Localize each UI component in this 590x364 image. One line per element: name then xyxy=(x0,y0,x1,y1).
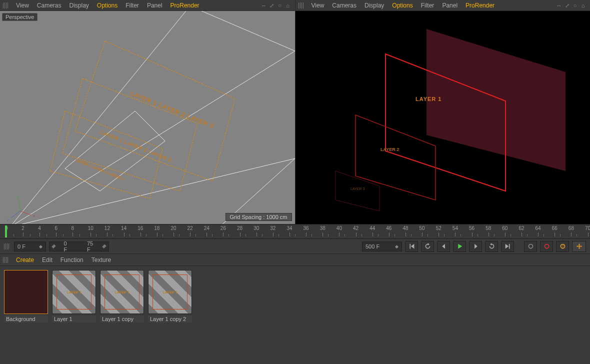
viewport-left: ViewCamerasDisplayOptionsFilterPanelProR… xyxy=(0,0,296,224)
record-button[interactable] xyxy=(540,241,553,252)
material-swatch[interactable]: LAYER 1 xyxy=(148,270,192,314)
material-swatch[interactable]: LAYER 1 xyxy=(52,270,96,314)
goto-end-button[interactable] xyxy=(501,241,514,252)
timeline-tick: 54 xyxy=(452,226,458,231)
timeline-tick: 60 xyxy=(502,226,508,231)
timeline-tick: 62 xyxy=(518,226,524,231)
material-swatch[interactable]: LAYER 1 xyxy=(100,270,144,314)
timeline-tick: 52 xyxy=(436,226,442,231)
viewport-menu-options[interactable]: Options xyxy=(388,1,416,10)
viewport-menu-display[interactable]: Display xyxy=(360,1,388,10)
timeline-tick: 64 xyxy=(536,226,541,231)
viewport-menu-panel[interactable]: Panel xyxy=(143,1,166,10)
viewport-corner-icon-1[interactable]: ⤢ xyxy=(564,2,570,9)
timeline-tick: 40 xyxy=(336,226,342,231)
grid-spacing-indicator: Grid Spacing : 1000 cm xyxy=(226,213,292,221)
loop-button[interactable] xyxy=(421,241,434,252)
timeline-tick: 8 xyxy=(72,226,74,231)
timeline-tick: 38 xyxy=(320,226,326,231)
svg-line-1 xyxy=(10,51,295,224)
viewport-menu-options[interactable]: Options xyxy=(93,1,122,10)
svg-text:LAYER 1 LAYER 2 LAYER 3: LAYER 1 LAYER 2 LAYER 3 xyxy=(130,90,215,130)
viewport-corner-icon-0[interactable]: ↔ xyxy=(556,2,562,9)
materials-menubar: CreateEditFunctionTexture xyxy=(0,254,590,266)
viewport-corner-icon-2[interactable]: ○ xyxy=(572,2,578,9)
material-slot[interactable]: LAYER 1Layer 1 copy 2 xyxy=(148,270,192,322)
timeline-tick: 50 xyxy=(420,226,425,231)
next-frame-button[interactable] xyxy=(469,241,482,252)
viewport-row: ViewCamerasDisplayOptionsFilterPanelProR… xyxy=(0,0,590,224)
keyframe-button[interactable] xyxy=(524,241,537,252)
viewport-menu-panel[interactable]: Panel xyxy=(438,1,462,10)
materials-grid: BackgroundLAYER 1Layer 1LAYER 1Layer 1 c… xyxy=(0,266,590,322)
svg-line-4 xyxy=(190,11,295,51)
render-layer-label-3: LAYER 3 xyxy=(350,187,364,190)
timeline-tick: 18 xyxy=(154,226,160,231)
render-layer-label-2: LAYER 2 xyxy=(380,147,399,152)
viewport-menu-cameras[interactable]: Cameras xyxy=(33,1,66,10)
svg-point-26 xyxy=(528,244,532,248)
viewport-corner-icon-3[interactable]: ⌂ xyxy=(284,2,292,9)
svg-marker-24 xyxy=(356,115,436,200)
viewport-menu-filter[interactable]: Filter xyxy=(417,1,438,10)
timeline-tick: 36 xyxy=(304,226,309,231)
timeline-tick: 28 xyxy=(237,226,242,231)
panel-grip-icon[interactable] xyxy=(3,257,8,263)
viewport-corner-icon-2[interactable]: ○ xyxy=(276,2,284,9)
viewport-canvas-left[interactable]: Perspective xyxy=(0,11,295,224)
viewport-menu-display[interactable]: Display xyxy=(65,1,92,10)
redo-button[interactable] xyxy=(485,241,498,252)
material-name-label: Background xyxy=(4,316,48,322)
materials-menu-edit[interactable]: Edit xyxy=(38,256,56,264)
material-swatch[interactable] xyxy=(4,270,48,314)
range-slider[interactable]: 0 F 75 F xyxy=(49,242,109,252)
panel-grip-icon[interactable] xyxy=(3,2,8,8)
timeline-tick: 68 xyxy=(568,226,574,231)
viewport-corner-icon-1[interactable]: ⤢ xyxy=(268,2,276,9)
move-tool-button[interactable] xyxy=(572,241,586,252)
material-slot[interactable]: LAYER 1Layer 1 copy xyxy=(100,270,144,322)
materials-menu-texture[interactable]: Texture xyxy=(88,256,115,264)
materials-menu-create[interactable]: Create xyxy=(12,256,38,264)
material-slot[interactable]: Background xyxy=(4,270,48,322)
timeline-tick: 70 xyxy=(585,226,590,231)
viewport-menu-cameras[interactable]: Cameras xyxy=(328,1,360,10)
viewport-menu-view[interactable]: View xyxy=(308,1,328,10)
panel-grip-icon[interactable] xyxy=(298,2,304,8)
material-inner-text: LAYER 1 xyxy=(163,290,178,294)
materials-menu-function[interactable]: Function xyxy=(56,256,88,264)
play-button[interactable] xyxy=(453,241,466,252)
timeline-ruler[interactable]: 0246810121416182022242628303234363840424… xyxy=(0,224,590,239)
viewport-menu-filter[interactable]: Filter xyxy=(122,1,143,10)
timeline-tick: 2 xyxy=(22,226,24,231)
timeline-tick: 22 xyxy=(188,226,193,231)
timeline-tick: 66 xyxy=(552,226,558,231)
viewport-menu-prorender[interactable]: ProRender xyxy=(166,1,204,10)
svg-line-0 xyxy=(10,11,190,224)
timeline-tick: 16 xyxy=(138,226,143,231)
viewport-corner-icon-0[interactable]: ↔ xyxy=(260,2,268,9)
svg-line-17 xyxy=(19,200,20,211)
panel-grip-icon[interactable] xyxy=(4,244,9,250)
timeline-tick: 26 xyxy=(220,226,226,231)
timeline-cursor[interactable] xyxy=(5,226,7,238)
svg-marker-12 xyxy=(50,111,162,198)
timeline-tick: 24 xyxy=(204,226,210,231)
total-frames-field[interactable]: 500 F◆ xyxy=(362,242,402,252)
viewport-right: ViewCamerasDisplayOptionsFilterPanelProR… xyxy=(296,0,590,224)
current-frame-field[interactable]: 0 F◆ xyxy=(14,242,46,252)
render-layer-label-1: LAYER 1 xyxy=(416,96,442,102)
autokey-button[interactable]: ? xyxy=(556,241,569,252)
viewport-menu-prorender[interactable]: ProRender xyxy=(462,1,498,10)
material-inner-text: LAYER 1 xyxy=(115,290,130,294)
prev-frame-button[interactable] xyxy=(437,241,450,252)
material-name-label: Layer 1 copy xyxy=(100,316,144,322)
viewport-corner-icon-3[interactable]: ⌂ xyxy=(580,2,586,9)
viewport-canvas-right[interactable]: LAYER 1 LAYER 2 LAYER 3 xyxy=(296,11,590,224)
material-slot[interactable]: LAYER 1Layer 1 xyxy=(52,270,96,322)
svg-marker-10 xyxy=(75,41,235,181)
material-name-label: Layer 1 copy 2 xyxy=(148,316,192,322)
viewport-menu-view[interactable]: View xyxy=(12,1,33,10)
goto-start-button[interactable] xyxy=(405,241,418,252)
timeline-tick: 44 xyxy=(370,226,375,231)
